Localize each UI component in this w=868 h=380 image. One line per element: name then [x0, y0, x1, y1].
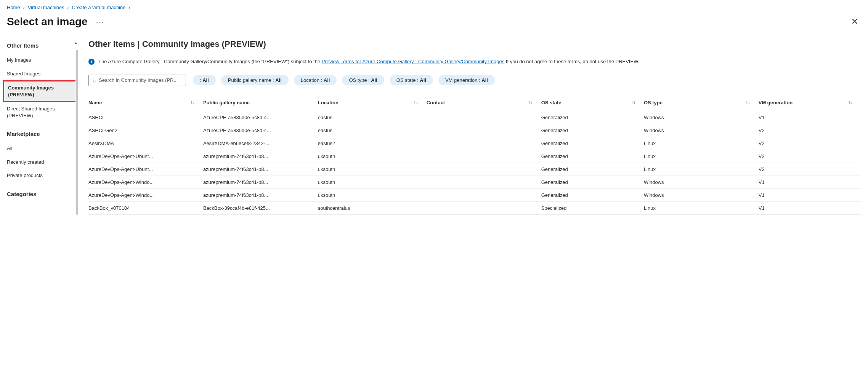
- table-cell: Generalized: [541, 124, 644, 137]
- sidebar-item-my-images[interactable]: My Images: [7, 53, 75, 67]
- table-cell: AzureDevOps-Agent-Windo...: [88, 176, 203, 188]
- table-cell: [427, 137, 541, 150]
- table-cell: V2: [759, 163, 861, 176]
- scroll-up-icon[interactable]: ▴: [75, 40, 77, 45]
- table-cell: AzureDevOps-Agent-Ubunt...: [88, 150, 203, 163]
- section-title: Other Items | Community Images (PREVIEW): [88, 39, 861, 49]
- table-cell: BackBox-39ccaf4b-e81f-425...: [203, 201, 318, 214]
- table-cell: AzureCPE-a5835d0e-5c8d-4...: [203, 111, 318, 124]
- table-cell: Linux: [644, 150, 759, 163]
- table-cell: Linux: [644, 137, 759, 150]
- sidebar-scrollbar[interactable]: ▴: [75, 39, 79, 215]
- sidebar-item-direct-shared-images[interactable]: Direct Shared Images (PREVIEW): [7, 102, 75, 122]
- column-header[interactable]: VM generation↑↓: [759, 96, 861, 111]
- filter-pill[interactable]: OS type : All: [342, 75, 384, 85]
- sidebar-item-community-images[interactable]: Community Images (PREVIEW): [3, 80, 79, 102]
- sidebar: Other Items My Images Shared Images Comm…: [7, 39, 75, 215]
- sidebar-item-all[interactable]: All: [7, 142, 75, 155]
- column-header[interactable]: Contact↑↓: [427, 96, 541, 111]
- chevron-right-icon: ›: [128, 5, 130, 10]
- filter-pill[interactable]: Public gallery name : All: [221, 75, 289, 85]
- table-cell: V2: [759, 150, 861, 163]
- table-cell: [427, 150, 541, 163]
- column-header[interactable]: Public gallery name: [203, 96, 318, 111]
- preview-terms-link[interactable]: Preview Terms for Azure Compute Gallery …: [322, 59, 504, 64]
- table-cell: Generalized: [541, 111, 644, 124]
- table-row[interactable]: BackBox_v070104BackBox-39ccaf4b-e81f-425…: [88, 201, 861, 214]
- table-cell: BackBox_v070104: [88, 201, 203, 214]
- search-input[interactable]: [99, 77, 182, 83]
- table-cell: Generalized: [541, 188, 644, 201]
- filter-pill[interactable]: Location : All: [294, 75, 337, 85]
- breadcrumb: Home › Virtual machines › Create a virtu…: [7, 3, 861, 16]
- breadcrumb-vms[interactable]: Virtual machines: [28, 5, 64, 10]
- search-box[interactable]: ⌕: [88, 75, 186, 86]
- scroll-thumb[interactable]: [76, 50, 78, 215]
- table-cell: AzureCPE-a5835d0e-5c8d-4...: [203, 124, 318, 137]
- chevron-right-icon: ›: [23, 5, 25, 10]
- filter-pill[interactable]: OS state : All: [390, 75, 433, 85]
- table-cell: azurepremium-74f63c41-b8...: [203, 188, 318, 201]
- close-icon[interactable]: ✕: [851, 17, 861, 27]
- sort-icon[interactable]: ↑↓: [190, 100, 199, 105]
- table-cell: uksouth: [318, 188, 427, 201]
- table-row[interactable]: AzureDevOps-Agent-Windo...azurepremium-7…: [88, 188, 861, 201]
- table-cell: V1: [759, 176, 861, 188]
- table-cell: Generalized: [541, 150, 644, 163]
- table-cell: [427, 201, 541, 214]
- column-header[interactable]: Location↑↓: [318, 96, 427, 111]
- table-cell: azurepremium-74f63c41-b8...: [203, 163, 318, 176]
- sort-icon[interactable]: ↑↓: [848, 100, 857, 105]
- filter-pill[interactable]: : All: [193, 75, 216, 85]
- table-cell: V2: [759, 137, 861, 150]
- table-row[interactable]: AesirXDMAAesirXDMA-eb6ecef8-2342-...east…: [88, 137, 861, 150]
- column-header[interactable]: Name↑↓: [88, 96, 203, 111]
- table-cell: uksouth: [318, 163, 427, 176]
- chevron-right-icon: ›: [67, 5, 69, 10]
- table-cell: eastus2: [318, 137, 427, 150]
- table-cell: [427, 124, 541, 137]
- search-icon: ⌕: [93, 77, 96, 83]
- info-text-post: If you do not agree to these terms, do n…: [504, 59, 639, 64]
- page-title: Select an image: [7, 16, 88, 28]
- table-cell: [427, 111, 541, 124]
- table-row[interactable]: AzureDevOps-Agent-Ubunt...azurepremium-7…: [88, 163, 861, 176]
- table-cell: V1: [759, 188, 861, 201]
- breadcrumb-create-vm[interactable]: Create a virtual machine: [72, 5, 126, 10]
- table-cell: Generalized: [541, 176, 644, 188]
- sidebar-item-recently-created[interactable]: Recently created: [7, 155, 75, 169]
- sidebar-heading-marketplace: Marketplace: [7, 131, 75, 137]
- table-cell: southcentralus: [318, 201, 427, 214]
- table-cell: eastus: [318, 111, 427, 124]
- sidebar-item-shared-images[interactable]: Shared Images: [7, 67, 75, 81]
- filter-pill[interactable]: VM generation : All: [438, 75, 495, 85]
- page-header: Select an image ··· ✕: [7, 16, 861, 28]
- table-cell: V1: [759, 111, 861, 124]
- table-cell: Windows: [644, 176, 759, 188]
- column-header[interactable]: OS type↑↓: [644, 96, 759, 111]
- table-cell: V1: [759, 201, 861, 214]
- table-cell: [427, 163, 541, 176]
- table-cell: AesirXDMA-eb6ecef8-2342-...: [203, 137, 318, 150]
- sort-icon[interactable]: ↑↓: [414, 100, 423, 105]
- more-actions-icon[interactable]: ···: [96, 18, 105, 26]
- table-cell: AzureDevOps-Agent-Windo...: [88, 188, 203, 201]
- sidebar-heading-other-items: Other Items: [7, 42, 75, 49]
- table-row[interactable]: AzureDevOps-Agent-Windo...azurepremium-7…: [88, 176, 861, 188]
- sidebar-item-private-products[interactable]: Private products: [7, 169, 75, 182]
- sort-icon[interactable]: ↑↓: [528, 100, 537, 105]
- table-cell: ASHCI-Gen2: [88, 124, 203, 137]
- table-cell: uksouth: [318, 176, 427, 188]
- table-row[interactable]: ASHCI-Gen2AzureCPE-a5835d0e-5c8d-4...eas…: [88, 124, 861, 137]
- column-header[interactable]: OS state↑↓: [541, 96, 644, 111]
- table-cell: azurepremium-74f63c41-b8...: [203, 150, 318, 163]
- sort-icon[interactable]: ↑↓: [746, 100, 755, 105]
- sort-icon[interactable]: ↑↓: [631, 100, 640, 105]
- breadcrumb-home[interactable]: Home: [7, 5, 20, 10]
- info-text-pre: The Azure Compute Gallery - Community Ga…: [98, 59, 322, 64]
- table-row[interactable]: ASHCIAzureCPE-a5835d0e-5c8d-4...eastusGe…: [88, 111, 861, 124]
- table-cell: V2: [759, 124, 861, 137]
- table-cell: AzureDevOps-Agent-Ubunt...: [88, 163, 203, 176]
- table-row[interactable]: AzureDevOps-Agent-Ubunt...azurepremium-7…: [88, 150, 861, 163]
- info-icon: i: [88, 59, 95, 65]
